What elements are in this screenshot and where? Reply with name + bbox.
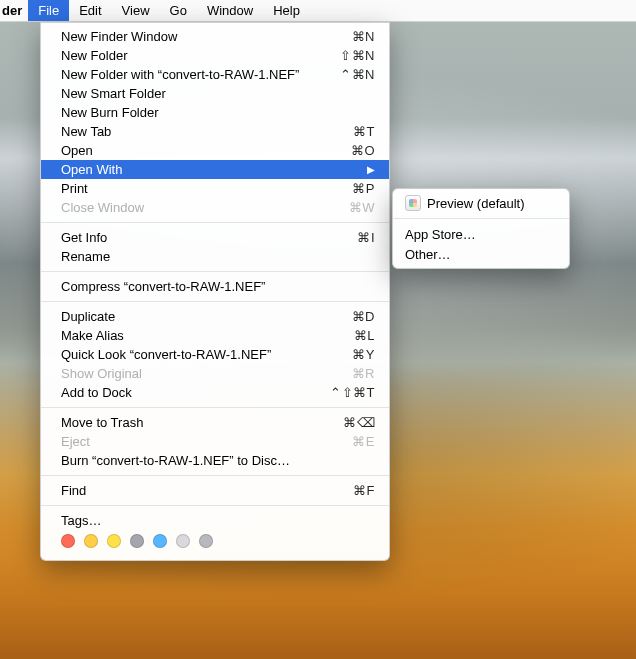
menu-item-close-window: Close Window⌘W (41, 198, 389, 217)
menu-item-compress[interactable]: Compress “convert-to-RAW-1.NEF” (41, 277, 389, 296)
menu-item-add-to-dock[interactable]: Add to Dock⌃⇧⌘T (41, 383, 389, 402)
menu-separator (41, 407, 389, 408)
menu-file[interactable]: File (28, 0, 69, 21)
tag-dot[interactable] (107, 534, 121, 548)
tag-dot[interactable] (199, 534, 213, 548)
menu-item-move-to-trash[interactable]: Move to Trash⌘⌫ (41, 413, 389, 432)
menu-item-make-alias[interactable]: Make Alias⌘L (41, 326, 389, 345)
open-with-submenu: Preview (default) App Store… Other… (392, 188, 570, 269)
menu-item-print[interactable]: Print⌘P (41, 179, 389, 198)
submenu-item-other[interactable]: Other… (393, 244, 569, 264)
menu-separator (41, 505, 389, 506)
menu-separator (41, 271, 389, 272)
menu-view[interactable]: View (112, 0, 160, 21)
menu-item-rename[interactable]: Rename (41, 247, 389, 266)
menu-help[interactable]: Help (263, 0, 310, 21)
menu-item-find[interactable]: Find⌘F (41, 481, 389, 500)
menu-window[interactable]: Window (197, 0, 263, 21)
tag-dot[interactable] (130, 534, 144, 548)
desktop-background: der File Edit View Go Window Help New Fi… (0, 0, 636, 659)
tag-dot[interactable] (84, 534, 98, 548)
menu-go[interactable]: Go (160, 0, 197, 21)
menu-item-open-with[interactable]: Open With ▶ (41, 160, 389, 179)
menu-separator (41, 301, 389, 302)
menu-separator (41, 475, 389, 476)
menu-item-open[interactable]: Open⌘O (41, 141, 389, 160)
tag-dot[interactable] (153, 534, 167, 548)
tags-color-row (41, 530, 389, 554)
menu-item-burn-to-disc[interactable]: Burn “convert-to-RAW-1.NEF” to Disc… (41, 451, 389, 470)
menu-item-new-smart-folder[interactable]: New Smart Folder (41, 84, 389, 103)
menu-item-new-folder[interactable]: New Folder⇧⌘N (41, 46, 389, 65)
menu-item-new-burn-folder[interactable]: New Burn Folder (41, 103, 389, 122)
menu-item-new-tab[interactable]: New Tab⌘T (41, 122, 389, 141)
menu-item-show-original: Show Original⌘R (41, 364, 389, 383)
menu-item-eject: Eject⌘E (41, 432, 389, 451)
tag-dot[interactable] (176, 534, 190, 548)
menu-item-duplicate[interactable]: Duplicate⌘D (41, 307, 389, 326)
menu-item-new-finder-window[interactable]: New Finder Window⌘N (41, 27, 389, 46)
preview-app-icon (405, 195, 421, 211)
menu-item-get-info[interactable]: Get Info⌘I (41, 228, 389, 247)
menu-edit[interactable]: Edit (69, 0, 111, 21)
app-name-truncated: der (0, 0, 28, 21)
file-menu-dropdown: New Finder Window⌘N New Folder⇧⌘N New Fo… (40, 22, 390, 561)
menu-item-tags[interactable]: Tags… (41, 511, 389, 530)
menu-bar: der File Edit View Go Window Help (0, 0, 636, 22)
submenu-item-app-store[interactable]: App Store… (393, 224, 569, 244)
tag-dot[interactable] (61, 534, 75, 548)
menu-item-quick-look[interactable]: Quick Look “convert-to-RAW-1.NEF”⌘Y (41, 345, 389, 364)
submenu-arrow-icon: ▶ (367, 164, 375, 175)
menu-separator (41, 222, 389, 223)
menu-item-new-folder-with-selection[interactable]: New Folder with “convert-to-RAW-1.NEF”⌃⌘… (41, 65, 389, 84)
menu-separator (393, 218, 569, 219)
submenu-item-preview-default[interactable]: Preview (default) (393, 193, 569, 213)
